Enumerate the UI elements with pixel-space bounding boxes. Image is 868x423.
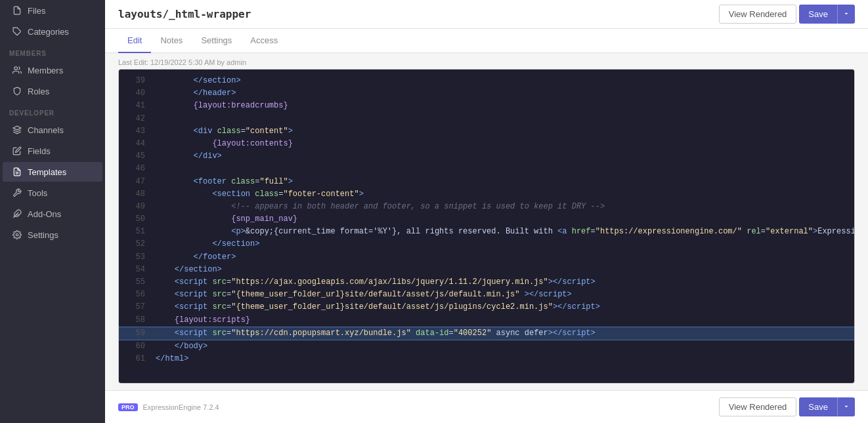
puzzle-icon — [12, 209, 22, 219]
table-row: 48 <section class="footer-content"> — [119, 188, 854, 201]
table-row: 61</html> — [119, 353, 854, 365]
line-content: <script src="{theme_user_folder_url}site… — [156, 289, 572, 301]
line-content: <!-- appears in both header and footer, … — [156, 201, 605, 213]
sidebar-roles-item[interactable]: Roles — [3, 81, 102, 101]
tab-edit[interactable]: Edit — [118, 29, 151, 53]
ee-version: ExpressionEngine 7.2.4 — [143, 403, 219, 411]
sidebar-members-item[interactable]: Members — [3, 60, 102, 80]
sidebar-settings-label: Settings — [28, 230, 58, 240]
sidebar-tools-label: Tools — [28, 188, 47, 198]
editor-wrapper: 39 </section>40 </header>41 {layout:brea… — [105, 69, 868, 390]
save-dropdown-button-bottom[interactable] — [837, 397, 855, 416]
line-content: </div> — [156, 150, 222, 163]
save-button-bottom[interactable]: Save — [799, 397, 837, 416]
last-edit-text: Last Edit: 12/19/2022 5:30 AM by admin — [105, 53, 868, 69]
table-row: 39 </section> — [119, 75, 854, 87]
sidebar-files-item[interactable]: Files — [3, 1, 102, 20]
line-content: </section> — [156, 75, 241, 87]
table-row: 58 {layout:scripts} — [119, 314, 854, 327]
table-row: 55 <script src="https://ajax.googleapis.… — [119, 276, 854, 289]
save-dropdown-button-top[interactable] — [837, 5, 855, 24]
sidebar: Files Categories Members Members Roles D… — [0, 0, 105, 423]
layers-icon — [12, 125, 22, 135]
code-editor[interactable]: 39 </section>40 </header>41 {layout:brea… — [118, 69, 855, 384]
view-rendered-button-top[interactable]: View Rendered — [719, 5, 797, 24]
ee-label: ExpressionEngine — [143, 403, 202, 411]
table-row: 53 </footer> — [119, 251, 854, 264]
line-number: 61 — [127, 353, 145, 365]
line-number: 42 — [127, 113, 145, 125]
line-content: </section> — [156, 264, 222, 276]
line-number: 39 — [127, 75, 145, 87]
line-number: 58 — [127, 314, 145, 327]
main-content: layouts/_html-wrapper View Rendered Save… — [105, 0, 868, 423]
line-content: <p>&copy;{current_time format='%Y'}, all… — [156, 226, 855, 238]
developer-section-label: Developer — [0, 102, 105, 119]
tab-settings[interactable]: Settings — [192, 29, 241, 53]
sidebar-members-label: Members — [28, 66, 63, 75]
page-title: layouts/_html-wrapper — [118, 8, 251, 20]
users-icon — [12, 65, 22, 75]
table-row: 54 </section> — [119, 264, 854, 276]
save-button-group-bottom: Save — [799, 397, 855, 416]
line-content: <section class="footer-content"> — [156, 188, 364, 201]
table-row: 46 — [119, 163, 854, 175]
sidebar-settings-item[interactable]: Settings — [3, 225, 102, 245]
line-content: <footer class="full"> — [156, 176, 293, 188]
sidebar-fields-label: Fields — [28, 146, 51, 156]
table-row: 60 </body> — [119, 340, 854, 353]
table-row: 45 </div> — [119, 150, 854, 163]
line-content: </html> — [156, 353, 188, 365]
sidebar-tools-item[interactable]: Tools — [3, 183, 102, 203]
sidebar-categories-item[interactable]: Categories — [3, 22, 102, 41]
sidebar-channels-item[interactable]: Channels — [3, 120, 102, 140]
table-row: 47 <footer class="full"> — [119, 176, 854, 188]
tab-access[interactable]: Access — [241, 29, 287, 53]
sidebar-categories-label: Categories — [28, 27, 69, 37]
view-rendered-button-bottom[interactable]: View Rendered — [719, 397, 797, 416]
line-content: </header> — [156, 87, 236, 100]
line-content: {layout:contents} — [156, 138, 293, 150]
svg-point-7 — [16, 233, 18, 236]
sidebar-templates-item[interactable]: Templates — [3, 162, 102, 182]
line-content: </footer> — [156, 251, 236, 264]
line-content: {layout:scripts} — [156, 314, 250, 327]
sidebar-addons-item[interactable]: Add-Ons — [3, 204, 102, 224]
sidebar-files-label: Files — [28, 6, 45, 16]
line-content: </body> — [156, 340, 207, 353]
sidebar-templates-label: Templates — [28, 167, 66, 177]
pro-badge: PRO — [118, 403, 138, 411]
line-number: 40 — [127, 87, 145, 100]
line-content: <script src="{theme_user_folder_url}site… — [156, 301, 600, 313]
line-number: 53 — [127, 251, 145, 264]
file-icon — [12, 5, 22, 16]
line-number: 45 — [127, 150, 145, 163]
footer-branding: PRO ExpressionEngine 7.2.4 — [118, 403, 219, 411]
table-row: 51 <p>&copy;{current_time format='%Y'}, … — [119, 226, 854, 238]
shield-icon — [12, 86, 22, 96]
line-content: {snp_main_nav} — [156, 213, 297, 226]
line-content: {layout:breadcrumbs} — [156, 100, 288, 112]
table-row: 59 <script src="https://cdn.popupsmart.x… — [118, 327, 855, 340]
page-header: layouts/_html-wrapper View Rendered Save — [105, 0, 868, 29]
line-content: <div class="content"> — [156, 125, 293, 138]
save-button-top[interactable]: Save — [799, 5, 837, 24]
table-row: 43 <div class="content"> — [119, 125, 854, 138]
wrench-icon — [12, 188, 22, 198]
edit-icon — [12, 146, 22, 156]
line-content: </section> — [156, 238, 259, 251]
table-row: 50 {snp_main_nav} — [119, 213, 854, 226]
tab-notes[interactable]: Notes — [151, 29, 192, 53]
doc-icon — [12, 167, 22, 177]
table-row: 41 {layout:breadcrumbs} — [119, 100, 854, 112]
ee-version-num: 7.2.4 — [203, 403, 219, 411]
sidebar-channels-label: Channels — [28, 125, 64, 135]
tab-bar: Edit Notes Settings Access — [105, 29, 868, 53]
line-number: 54 — [127, 264, 145, 276]
sidebar-fields-item[interactable]: Fields — [3, 141, 102, 161]
line-number: 43 — [127, 125, 145, 138]
line-number: 55 — [127, 276, 145, 289]
table-row: 44 {layout:contents} — [119, 138, 854, 150]
members-section-label: Members — [0, 42, 105, 60]
line-number: 48 — [127, 188, 145, 201]
